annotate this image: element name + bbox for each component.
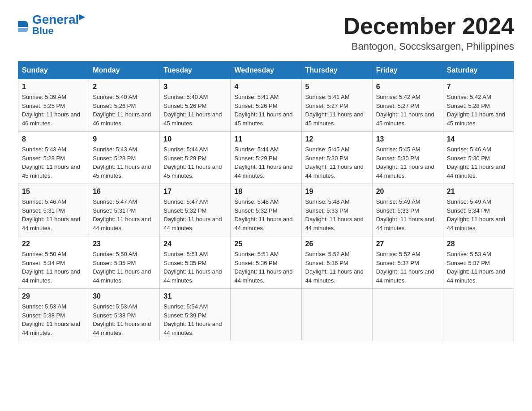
day-number: 2	[93, 83, 156, 91]
day-info: Sunrise: 5:50 AMSunset: 5:34 PMDaylight:…	[22, 250, 85, 285]
day-info: Sunrise: 5:43 AMSunset: 5:28 PMDaylight:…	[22, 145, 85, 180]
calendar-cell: 20Sunrise: 5:49 AMSunset: 5:33 PMDayligh…	[372, 184, 443, 236]
day-number: 7	[447, 83, 510, 91]
day-info: Sunrise: 5:49 AMSunset: 5:33 PMDaylight:…	[376, 197, 439, 232]
day-info: Sunrise: 5:46 AMSunset: 5:31 PMDaylight:…	[22, 197, 85, 232]
day-number: 11	[234, 135, 297, 143]
calendar-cell: 15Sunrise: 5:46 AMSunset: 5:31 PMDayligh…	[18, 184, 89, 236]
day-number: 6	[376, 83, 439, 91]
col-header-sunday: Sunday	[18, 62, 89, 79]
day-info: Sunrise: 5:51 AMSunset: 5:35 PMDaylight:…	[163, 250, 227, 285]
day-info: Sunrise: 5:45 AMSunset: 5:30 PMDaylight:…	[305, 145, 369, 180]
day-info: Sunrise: 5:54 AMSunset: 5:39 PMDaylight:…	[163, 302, 227, 337]
calendar-cell: 14Sunrise: 5:46 AMSunset: 5:30 PMDayligh…	[443, 132, 514, 184]
calendar-cell: 29Sunrise: 5:53 AMSunset: 5:38 PMDayligh…	[18, 289, 89, 341]
calendar-cell: 8Sunrise: 5:43 AMSunset: 5:28 PMDaylight…	[18, 132, 89, 184]
calendar-cell	[231, 289, 301, 341]
day-info: Sunrise: 5:44 AMSunset: 5:29 PMDaylight:…	[163, 145, 227, 180]
title-section: December 2024 Bantogon, Soccsksargen, Ph…	[343, 13, 514, 52]
day-info: Sunrise: 5:45 AMSunset: 5:30 PMDaylight:…	[376, 145, 439, 180]
day-number: 27	[376, 240, 439, 248]
calendar-cell: 30Sunrise: 5:53 AMSunset: 5:38 PMDayligh…	[89, 289, 160, 341]
day-info: Sunrise: 5:52 AMSunset: 5:36 PMDaylight:…	[305, 250, 369, 285]
calendar-cell: 17Sunrise: 5:47 AMSunset: 5:32 PMDayligh…	[160, 184, 231, 236]
calendar-week-row: 22Sunrise: 5:50 AMSunset: 5:34 PMDayligh…	[18, 236, 514, 289]
day-info: Sunrise: 5:50 AMSunset: 5:35 PMDaylight:…	[93, 250, 156, 285]
day-number: 10	[163, 135, 227, 143]
day-info: Sunrise: 5:42 AMSunset: 5:28 PMDaylight:…	[447, 93, 510, 128]
month-title: December 2024	[343, 13, 514, 39]
day-number: 13	[376, 135, 439, 143]
calendar-cell: 23Sunrise: 5:50 AMSunset: 5:35 PMDayligh…	[89, 236, 160, 289]
calendar-cell	[443, 289, 514, 341]
day-info: Sunrise: 5:51 AMSunset: 5:36 PMDaylight:…	[234, 250, 297, 285]
day-number: 3	[163, 83, 227, 91]
col-header-thursday: Thursday	[301, 62, 372, 79]
day-info: Sunrise: 5:48 AMSunset: 5:33 PMDaylight:…	[305, 197, 369, 232]
calendar-cell: 12Sunrise: 5:45 AMSunset: 5:30 PMDayligh…	[301, 132, 372, 184]
logo: General▶ Blue	[18, 13, 85, 37]
day-info: Sunrise: 5:53 AMSunset: 5:37 PMDaylight:…	[447, 250, 510, 285]
col-header-tuesday: Tuesday	[160, 62, 231, 79]
col-header-wednesday: Wednesday	[231, 62, 301, 79]
day-info: Sunrise: 5:46 AMSunset: 5:30 PMDaylight:…	[447, 145, 510, 180]
calendar-cell: 24Sunrise: 5:51 AMSunset: 5:35 PMDayligh…	[160, 236, 231, 289]
day-info: Sunrise: 5:40 AMSunset: 5:26 PMDaylight:…	[163, 93, 227, 128]
calendar-week-row: 8Sunrise: 5:43 AMSunset: 5:28 PMDaylight…	[18, 132, 514, 184]
day-number: 26	[305, 240, 369, 248]
day-number: 12	[305, 135, 369, 143]
day-number: 30	[93, 292, 156, 300]
day-info: Sunrise: 5:47 AMSunset: 5:32 PMDaylight:…	[163, 197, 227, 232]
day-number: 28	[447, 240, 510, 248]
calendar-cell: 19Sunrise: 5:48 AMSunset: 5:33 PMDayligh…	[301, 184, 372, 236]
calendar-cell: 13Sunrise: 5:45 AMSunset: 5:30 PMDayligh…	[372, 132, 443, 184]
location-title: Bantogon, Soccsksargen, Philippines	[343, 41, 514, 52]
calendar-cell: 6Sunrise: 5:42 AMSunset: 5:27 PMDaylight…	[372, 79, 443, 132]
day-info: Sunrise: 5:39 AMSunset: 5:25 PMDaylight:…	[22, 93, 85, 128]
day-number: 19	[305, 188, 369, 196]
calendar-cell: 26Sunrise: 5:52 AMSunset: 5:36 PMDayligh…	[301, 236, 372, 289]
calendar-header-row: SundayMondayTuesdayWednesdayThursdayFrid…	[18, 62, 514, 79]
calendar-cell: 4Sunrise: 5:41 AMSunset: 5:26 PMDaylight…	[231, 79, 301, 132]
day-info: Sunrise: 5:43 AMSunset: 5:28 PMDaylight:…	[93, 145, 156, 180]
calendar-cell	[301, 289, 372, 341]
day-number: 14	[447, 135, 510, 143]
day-number: 21	[447, 188, 510, 196]
calendar-cell: 5Sunrise: 5:41 AMSunset: 5:27 PMDaylight…	[301, 79, 372, 132]
day-number: 18	[234, 188, 297, 196]
calendar-cell: 28Sunrise: 5:53 AMSunset: 5:37 PMDayligh…	[443, 236, 514, 289]
day-info: Sunrise: 5:47 AMSunset: 5:31 PMDaylight:…	[93, 197, 156, 232]
day-number: 29	[22, 292, 85, 300]
calendar-cell: 11Sunrise: 5:44 AMSunset: 5:29 PMDayligh…	[231, 132, 301, 184]
calendar-table: SundayMondayTuesdayWednesdayThursdayFrid…	[18, 61, 514, 341]
day-number: 8	[22, 135, 85, 143]
calendar-cell: 18Sunrise: 5:48 AMSunset: 5:32 PMDayligh…	[231, 184, 301, 236]
calendar-cell: 16Sunrise: 5:47 AMSunset: 5:31 PMDayligh…	[89, 184, 160, 236]
calendar-cell: 7Sunrise: 5:42 AMSunset: 5:28 PMDaylight…	[443, 79, 514, 132]
day-number: 17	[163, 188, 227, 196]
day-info: Sunrise: 5:48 AMSunset: 5:32 PMDaylight:…	[234, 197, 297, 232]
day-info: Sunrise: 5:49 AMSunset: 5:34 PMDaylight:…	[447, 197, 510, 232]
page-header: General▶ Blue December 2024 Bantogon, So…	[18, 13, 514, 52]
calendar-cell: 27Sunrise: 5:52 AMSunset: 5:37 PMDayligh…	[372, 236, 443, 289]
col-header-monday: Monday	[89, 62, 160, 79]
col-header-saturday: Saturday	[443, 62, 514, 79]
logo-flag-icon	[18, 21, 28, 32]
calendar-cell: 10Sunrise: 5:44 AMSunset: 5:29 PMDayligh…	[160, 132, 231, 184]
day-info: Sunrise: 5:53 AMSunset: 5:38 PMDaylight:…	[22, 302, 85, 337]
calendar-cell: 21Sunrise: 5:49 AMSunset: 5:34 PMDayligh…	[443, 184, 514, 236]
day-info: Sunrise: 5:42 AMSunset: 5:27 PMDaylight:…	[376, 93, 439, 128]
day-number: 20	[376, 188, 439, 196]
day-info: Sunrise: 5:41 AMSunset: 5:26 PMDaylight:…	[234, 93, 297, 128]
day-info: Sunrise: 5:44 AMSunset: 5:29 PMDaylight:…	[234, 145, 297, 180]
calendar-cell	[372, 289, 443, 341]
day-number: 24	[163, 240, 227, 248]
calendar-cell: 3Sunrise: 5:40 AMSunset: 5:26 PMDaylight…	[160, 79, 231, 132]
day-number: 15	[22, 188, 85, 196]
calendar-cell: 2Sunrise: 5:40 AMSunset: 5:26 PMDaylight…	[89, 79, 160, 132]
day-number: 1	[22, 83, 85, 91]
calendar-cell: 31Sunrise: 5:54 AMSunset: 5:39 PMDayligh…	[160, 289, 231, 341]
calendar-week-row: 1Sunrise: 5:39 AMSunset: 5:25 PMDaylight…	[18, 79, 514, 132]
calendar-cell: 1Sunrise: 5:39 AMSunset: 5:25 PMDaylight…	[18, 79, 89, 132]
calendar-cell: 22Sunrise: 5:50 AMSunset: 5:34 PMDayligh…	[18, 236, 89, 289]
